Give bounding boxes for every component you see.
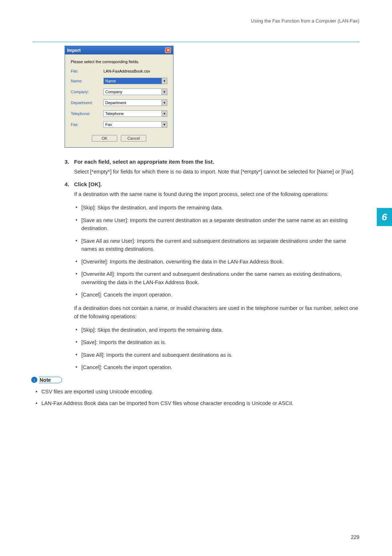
company-dropdown[interactable]: Company ▼ <box>103 89 167 95</box>
cancel-button[interactable]: Cancel <box>121 135 146 142</box>
dialog-instruction: Please select the corresponding fields. <box>71 60 167 64</box>
name-label: Name: <box>71 79 103 83</box>
note-arrow-icon: ↓ <box>31 377 37 383</box>
step-4-heading: 4. Click [OK]. <box>65 181 359 187</box>
chevron-down-icon: ▼ <box>162 89 167 95</box>
chevron-down-icon: ▼ <box>162 111 167 116</box>
step-4-num: 4. <box>65 181 74 187</box>
step-3-title: For each field, select an appropriate it… <box>74 159 214 165</box>
name-dropdown-value: Name <box>105 79 116 83</box>
step-4-intro: If a destination with the same name is f… <box>74 190 359 199</box>
close-icon[interactable]: ✕ <box>165 48 171 53</box>
fax-dropdown-value: Fax <box>105 122 112 127</box>
chevron-down-icon: ▼ <box>162 122 167 127</box>
note-label: Note <box>39 377 62 383</box>
list-item: [Overwrite]: Imports the destination, ov… <box>74 258 359 266</box>
step-3-body: Select [*empty*] for fields for which th… <box>74 168 359 176</box>
step-3-heading: 3. For each field, select an appropriate… <box>65 159 359 165</box>
file-value: LAN-FaxAddressBook.csv <box>103 69 150 73</box>
department-label: Department: <box>71 101 103 105</box>
fax-label: Fax: <box>71 122 103 127</box>
file-label: File: <box>71 69 103 73</box>
department-dropdown[interactable]: Department ▼ <box>103 99 167 106</box>
note-callout: ↓ Note <box>31 377 359 383</box>
ok-button[interactable]: OK <box>92 135 117 142</box>
note-item: LAN-Fax Address Book data can be importe… <box>35 399 359 407</box>
step-4-intro2: If a destination does not contain a name… <box>74 304 359 321</box>
telephone-dropdown[interactable]: Telephone ▼ <box>103 110 167 117</box>
page-header-breadcrumb: Using the Fax Function from a Computer (… <box>33 18 359 24</box>
company-label: Company: <box>71 90 103 94</box>
chapter-tab: 6 <box>377 208 392 226</box>
list-item: [Skip]: Skips the destination, and impor… <box>74 204 359 212</box>
list-item: [Cancel]: Cancels the import operation. <box>74 291 359 299</box>
chevron-down-icon: ▼ <box>162 100 167 106</box>
list-item: [Save]: Imports the destination as is. <box>74 338 359 346</box>
list-item: [Save as new User]: Imports the current … <box>74 216 359 233</box>
dialog-titlebar: Import ✕ <box>65 46 173 54</box>
list-item: [Cancel]: Cancels the import operation. <box>74 363 359 371</box>
dialog-title-text: Import <box>67 48 81 53</box>
note-item: CSV files are exported using Unicode enc… <box>35 388 359 396</box>
chevron-down-icon: ▼ <box>162 78 167 84</box>
company-dropdown-value: Company <box>105 90 122 94</box>
header-divider <box>33 42 359 42</box>
telephone-label: Telephone: <box>71 111 103 116</box>
import-dialog: Import ✕ Please select the corresponding… <box>65 46 173 148</box>
page-number: 229 <box>351 534 359 540</box>
department-dropdown-value: Department <box>105 101 126 105</box>
step-3-num: 3. <box>65 159 74 165</box>
step-4-title: Click [OK]. <box>74 181 102 187</box>
list-item: [Save All]: Imports the current and subs… <box>74 351 359 359</box>
list-item: [Save All as new User]: Imports the curr… <box>74 237 359 253</box>
list-item: [Overwrite All]: Imports the current and… <box>74 270 359 286</box>
telephone-dropdown-value: Telephone <box>105 111 124 116</box>
list-item: [Skip]: Skips the destination, and impor… <box>74 326 359 334</box>
fax-dropdown[interactable]: Fax ▼ <box>103 121 167 128</box>
name-dropdown[interactable]: Name ▼ <box>103 78 167 84</box>
